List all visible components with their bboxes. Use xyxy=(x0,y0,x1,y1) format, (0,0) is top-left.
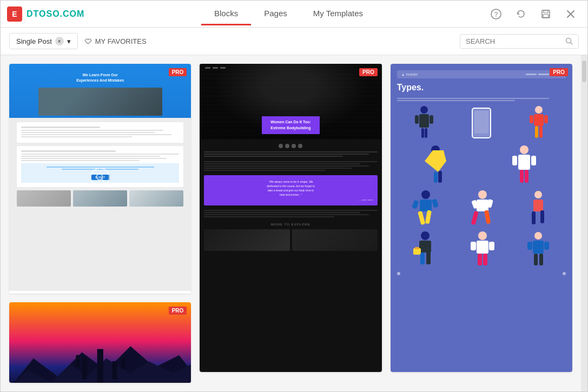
svg-rect-20 xyxy=(421,128,424,138)
template-card-blog[interactable]: PRO We Learn From OurExperiences And Mis… xyxy=(9,64,191,294)
svg-line-8 xyxy=(571,43,573,45)
svg-rect-15 xyxy=(113,361,117,380)
app-window: E DTOSO.COM Blocks Pages My Templates ? xyxy=(0,0,588,392)
svg-rect-16 xyxy=(76,355,80,367)
figure-1 xyxy=(414,105,434,141)
search-input[interactable] xyxy=(466,37,565,45)
refresh-button[interactable] xyxy=(513,6,529,22)
svg-rect-21 xyxy=(425,128,427,138)
svg-rect-46 xyxy=(412,200,419,209)
svg-rect-31 xyxy=(544,115,548,123)
column-1: PRO We Learn From OurExperiences And Mis… xyxy=(9,64,191,383)
svg-rect-17 xyxy=(121,358,125,369)
svg-point-58 xyxy=(421,231,430,240)
header: E DTOSO.COM Blocks Pages My Templates ? xyxy=(1,1,587,28)
svg-rect-68 xyxy=(471,242,476,250)
favorites-label: MY FAVORITES xyxy=(95,37,147,45)
pro-badge: PRO xyxy=(169,68,187,76)
figure-4 xyxy=(511,145,538,185)
filter-dropdown[interactable]: Single Post × ▾ xyxy=(9,33,78,49)
figure-5 xyxy=(412,190,439,228)
column-3: PRO ▲ header Types. xyxy=(391,64,572,383)
card-footer-blog: INSERT 🖱️ xyxy=(9,291,191,294)
logo-icon: E xyxy=(7,6,22,22)
logo-area: E DTOSO.COM xyxy=(1,6,98,22)
svg-rect-41 xyxy=(531,156,536,165)
template-card-gym[interactable]: PRO xyxy=(200,64,381,372)
toolbar: Single Post × ▾ MY FAVORITES xyxy=(1,28,587,55)
svg-rect-30 xyxy=(530,115,533,123)
figure-6 xyxy=(469,190,496,228)
tab-blocks[interactable]: Blocks xyxy=(201,1,251,27)
svg-rect-29 xyxy=(539,126,543,138)
svg-rect-38 xyxy=(520,170,524,183)
svg-rect-66 xyxy=(478,254,482,265)
svg-rect-28 xyxy=(535,126,538,138)
help-button[interactable]: ? xyxy=(488,6,504,22)
search-icon xyxy=(565,37,573,45)
svg-rect-59 xyxy=(419,241,431,253)
svg-rect-37 xyxy=(518,155,530,170)
scrollbar[interactable] xyxy=(581,55,587,391)
tab-my-templates[interactable]: My Templates xyxy=(300,1,376,27)
zoom-icon xyxy=(95,172,105,182)
filter-arrow: ▾ xyxy=(67,37,71,45)
svg-rect-50 xyxy=(471,211,479,225)
search-box[interactable] xyxy=(460,34,579,49)
svg-rect-44 xyxy=(418,211,425,225)
svg-text:?: ? xyxy=(494,11,498,18)
figure-7 xyxy=(526,190,551,228)
close-button[interactable] xyxy=(563,6,579,22)
svg-rect-75 xyxy=(544,242,549,250)
filter-label: Single Post xyxy=(16,37,52,45)
figure-10 xyxy=(526,231,550,268)
template-card-sunset[interactable]: PRO xyxy=(9,302,191,383)
svg-point-48 xyxy=(478,190,487,199)
svg-rect-57 xyxy=(540,210,544,223)
svg-point-42 xyxy=(421,190,430,199)
svg-rect-23 xyxy=(430,115,433,124)
svg-rect-13 xyxy=(97,349,103,383)
header-actions: ? xyxy=(479,6,587,22)
svg-rect-67 xyxy=(483,254,487,265)
device-element xyxy=(468,105,495,141)
header-tabs: Blocks Pages My Templates xyxy=(98,1,479,27)
figure-3 xyxy=(425,145,454,185)
save-button[interactable] xyxy=(538,6,554,22)
template-card-illustration[interactable]: PRO ▲ header Types. xyxy=(391,64,572,372)
svg-rect-45 xyxy=(425,210,431,224)
svg-rect-74 xyxy=(527,242,532,250)
svg-rect-63 xyxy=(426,251,431,264)
svg-point-70 xyxy=(534,232,542,240)
svg-marker-33 xyxy=(425,150,446,172)
svg-line-10 xyxy=(102,179,104,181)
pro-badge-gym: PRO xyxy=(359,68,378,76)
logo-text: DTOSO.COM xyxy=(27,9,84,19)
figure-2 xyxy=(528,105,549,141)
svg-rect-61 xyxy=(415,247,419,249)
svg-rect-25 xyxy=(474,111,488,134)
svg-point-18 xyxy=(420,106,428,114)
svg-point-64 xyxy=(478,231,487,240)
filter-close[interactable]: × xyxy=(55,37,64,45)
svg-rect-22 xyxy=(415,115,419,124)
svg-rect-47 xyxy=(432,199,439,208)
column-2: PRO xyxy=(200,64,381,383)
main-content: PRO We Learn From OurExperiences And Mis… xyxy=(1,55,581,391)
favorites-button[interactable]: MY FAVORITES xyxy=(84,37,147,45)
tab-pages[interactable]: Pages xyxy=(251,1,300,27)
svg-rect-72 xyxy=(534,254,538,265)
svg-rect-73 xyxy=(539,254,543,265)
figure-8 xyxy=(412,231,438,268)
svg-point-26 xyxy=(535,106,543,114)
figure-9 xyxy=(470,231,495,268)
svg-rect-40 xyxy=(512,156,517,165)
svg-rect-43 xyxy=(420,200,432,211)
svg-point-54 xyxy=(534,191,542,198)
svg-point-36 xyxy=(520,145,528,154)
svg-rect-62 xyxy=(420,253,425,264)
svg-rect-14 xyxy=(82,358,87,380)
svg-rect-49 xyxy=(477,200,488,211)
svg-rect-39 xyxy=(525,170,528,183)
svg-rect-4 xyxy=(543,15,549,17)
